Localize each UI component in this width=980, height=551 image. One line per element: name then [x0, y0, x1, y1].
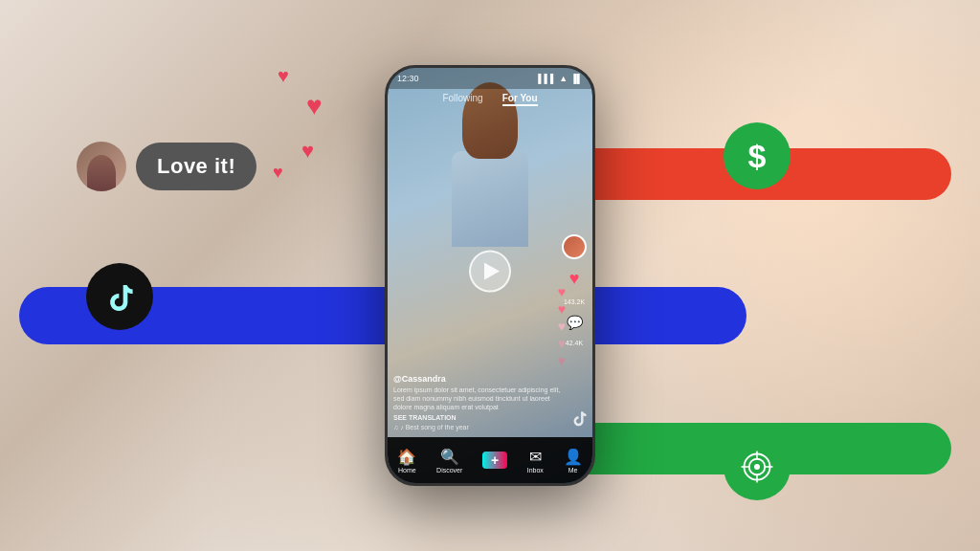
nav-create[interactable]: + [482, 452, 507, 469]
caption-music: ♫ ♪ Best song of the year [393, 424, 564, 430]
music-icon: ♫ [393, 424, 398, 430]
caption-username[interactable]: @Cassandra [393, 374, 564, 384]
nav-home-label: Home [398, 467, 416, 474]
discover-icon: 🔍 [440, 448, 459, 466]
signal-icon: ▌▌▌ [538, 74, 556, 83]
love-bubble: Love it! [77, 142, 256, 191]
love-text: Love it! [136, 143, 256, 190]
wifi-icon: ▲ [559, 74, 568, 83]
avatar-figure [87, 155, 116, 191]
nav-discover-label: Discover [436, 467, 462, 474]
floating-heart-2: ♥ [306, 91, 323, 121]
profile-icon: 👤 [564, 448, 583, 466]
nav-me-label: Me [568, 467, 578, 474]
nav-tabs[interactable]: Following For You [388, 89, 592, 110]
nav-inbox-label: Inbox [527, 467, 544, 474]
vid-heart-3: ♥ [558, 319, 566, 334]
floating-heart-1: ♥ [278, 65, 289, 87]
tiktok-circle[interactable] [86, 263, 153, 330]
video-figure [423, 97, 557, 345]
play-button[interactable] [469, 251, 511, 293]
floating-heart-3: ♥ [301, 139, 314, 164]
comment-count: 42.4K [566, 340, 583, 346]
nav-discover[interactable]: 🔍 Discover [436, 448, 462, 474]
tiktok-icon [102, 279, 137, 314]
vid-heart-2: ♥ [558, 301, 566, 317]
vid-heart-1: ♥ [558, 284, 566, 299]
dollar-circle[interactable]: $ [724, 122, 791, 189]
nav-inbox[interactable]: ✉ Inbox [527, 448, 544, 474]
phone-body: 12:30 ▌▌▌ ▲ ▐▌ Following For You ♥ 1 [385, 65, 595, 486]
tab-following[interactable]: Following [442, 93, 482, 106]
like-button[interactable]: ♥ [569, 269, 580, 289]
music-text: ♪ Best song of the year [400, 424, 469, 430]
nav-me[interactable]: 👤 Me [564, 448, 583, 474]
target-circle[interactable] [724, 433, 791, 500]
status-bar: 12:30 ▌▌▌ ▲ ▐▌ [388, 68, 592, 89]
caption-text: Lorem ipsum dolor sit amet, consectetuer… [393, 386, 564, 411]
svg-point-2 [754, 464, 760, 470]
phone-screen: 12:30 ▌▌▌ ▲ ▐▌ Following For You ♥ 1 [388, 68, 592, 483]
vid-heart-5: ♥ [558, 353, 566, 368]
tab-for-you[interactable]: For You [502, 93, 538, 106]
play-icon [484, 263, 500, 280]
creator-avatar[interactable] [562, 234, 587, 259]
floating-heart-4: ♥ [273, 163, 283, 183]
phone-mockup: 12:30 ▌▌▌ ▲ ▐▌ Following For You ♥ 1 [385, 65, 595, 486]
target-icon [740, 450, 774, 484]
user-avatar [77, 142, 126, 191]
status-time: 12:30 [397, 74, 419, 83]
vid-heart-4: ♥ [558, 336, 566, 351]
video-caption: @Cassandra Lorem ipsum dolor sit amet, c… [393, 374, 564, 430]
create-button[interactable]: + [482, 452, 507, 469]
battery-icon: ▐▌ [570, 74, 583, 83]
bottom-nav: 🏠 Home 🔍 Discover + ✉ Inbox 👤 Me [388, 437, 592, 483]
comment-icon[interactable]: 💬 [567, 315, 583, 330]
like-count: 143.2K [564, 298, 585, 305]
video-hearts: ♥ ♥ ♥ ♥ ♥ [558, 284, 566, 368]
dollar-icon: $ [748, 138, 767, 175]
figure-body [452, 151, 528, 247]
caption-translation[interactable]: SEE TRANSLATION [393, 414, 564, 421]
tiktok-watermark [569, 408, 589, 430]
inbox-icon: ✉ [529, 448, 542, 466]
nav-home[interactable]: 🏠 Home [397, 448, 416, 474]
status-indicators: ▌▌▌ ▲ ▐▌ [538, 74, 583, 83]
home-icon: 🏠 [397, 448, 416, 466]
